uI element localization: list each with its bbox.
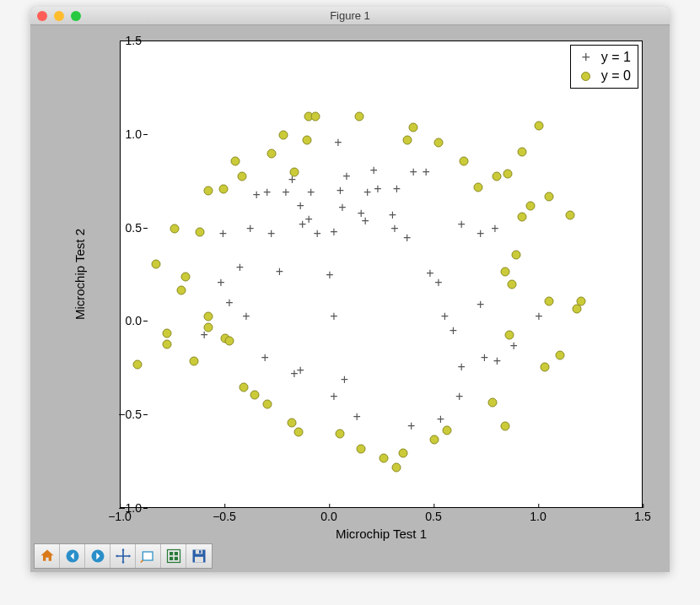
- data-point-y0: [566, 211, 575, 220]
- data-point-y1: +: [422, 165, 429, 179]
- data-point-y0: [357, 445, 366, 454]
- subplots-button[interactable]: [161, 544, 186, 568]
- data-point-y0: [430, 435, 439, 445]
- data-point-y0: [555, 351, 564, 360]
- data-point-y1: +: [510, 339, 518, 353]
- data-point-y0: [505, 330, 514, 339]
- data-point-y1: +: [219, 227, 227, 240]
- data-point-y0: [433, 138, 443, 147]
- data-point-y0: [279, 130, 288, 139]
- data-point-y1: +: [330, 225, 337, 239]
- data-point-y0: [398, 448, 407, 457]
- data-point-y1: +: [330, 390, 337, 403]
- data-point-y0: [293, 428, 303, 437]
- data-point-y1: +: [410, 165, 417, 179]
- data-point-y0: [576, 297, 585, 306]
- svg-rect-11: [199, 550, 202, 553]
- data-point-y0: [501, 267, 510, 276]
- data-point-y0: [336, 429, 345, 439]
- data-point-y0: [176, 285, 186, 294]
- data-point-y0: [354, 111, 363, 121]
- data-point-y1: +: [263, 186, 271, 199]
- data-point-y0: [493, 171, 502, 181]
- y-tick-label: 1.5: [126, 34, 142, 47]
- data-point-y1: +: [450, 324, 457, 338]
- data-point-y1: +: [326, 268, 333, 282]
- data-point-y1: +: [493, 354, 501, 368]
- data-point-y1: +: [236, 261, 244, 274]
- data-point-y1: +: [390, 222, 398, 235]
- save-button[interactable]: [186, 544, 212, 568]
- x-tick-label: 1.5: [634, 510, 650, 523]
- data-point-y1: +: [363, 186, 371, 199]
- data-point-y0: [474, 182, 483, 192]
- data-point-y0: [442, 425, 451, 435]
- x-tick-label: 1.0: [530, 510, 546, 523]
- data-point-y1: +: [458, 360, 466, 374]
- data-point-y0: [180, 273, 190, 282]
- data-point-y1: +: [491, 222, 498, 235]
- forward-button[interactable]: [85, 544, 110, 568]
- svg-rect-3: [167, 550, 180, 563]
- data-point-y0: [132, 360, 142, 370]
- svg-rect-4: [170, 552, 173, 555]
- x-tick-label: 0.5: [425, 510, 441, 523]
- data-point-y1: +: [217, 276, 224, 289]
- data-point-y0: [518, 213, 527, 222]
- data-point-y0: [152, 259, 161, 268]
- data-point-y0: [304, 111, 314, 121]
- data-point-y1: +: [434, 276, 442, 289]
- maximize-button[interactable]: [71, 11, 81, 21]
- data-point-y0: [218, 185, 228, 194]
- data-point-y1: +: [313, 227, 320, 240]
- figure-window: Figure 1 + y = 1 y = 0 +++++++++++++++++…: [30, 7, 670, 572]
- data-point-y0: [501, 422, 510, 431]
- data-point-y1: +: [276, 265, 283, 278]
- data-point-y0: [402, 136, 412, 145]
- legend-entry: y = 0: [578, 67, 631, 85]
- data-point-y1: +: [458, 218, 466, 231]
- data-point-y1: +: [437, 413, 444, 426]
- titlebar[interactable]: Figure 1: [30, 7, 670, 25]
- data-point-y0: [267, 149, 276, 158]
- data-point-y0: [237, 171, 246, 181]
- data-point-y0: [503, 170, 512, 179]
- pan-button[interactable]: [110, 544, 136, 568]
- data-point-y1: +: [341, 373, 348, 386]
- data-point-y1: +: [338, 201, 346, 214]
- data-point-y0: [511, 250, 520, 259]
- zoom-button[interactable]: [136, 544, 161, 568]
- back-button[interactable]: [60, 544, 85, 568]
- data-point-y0: [240, 382, 249, 392]
- data-point-y1: +: [290, 367, 298, 381]
- svg-rect-5: [174, 552, 177, 555]
- home-button[interactable]: [35, 544, 60, 568]
- data-point-y0: [488, 397, 498, 407]
- x-tick-label: 0.0: [320, 510, 337, 523]
- data-point-y1: +: [305, 213, 313, 226]
- data-point-y1: +: [299, 218, 306, 231]
- data-point-y1: +: [535, 310, 542, 323]
- data-point-y0: [392, 463, 401, 473]
- data-point-y1: +: [242, 310, 250, 323]
- data-point-y1: +: [337, 184, 344, 197]
- data-point-y1: +: [455, 390, 463, 403]
- data-point-y0: [221, 334, 230, 343]
- data-point-y0: [380, 454, 389, 463]
- close-button[interactable]: [37, 11, 47, 21]
- data-point-y1: +: [330, 310, 337, 323]
- data-point-y0: [231, 156, 240, 165]
- data-point-y0: [196, 228, 205, 237]
- window-title: Figure 1: [30, 9, 670, 22]
- plot-axes: + y = 1 y = 0 ++++++++++++++++++++++++++…: [120, 41, 643, 508]
- data-point-y1: +: [267, 227, 275, 240]
- minimize-button[interactable]: [54, 11, 64, 21]
- data-point-y1: +: [374, 182, 381, 196]
- data-point-y0: [541, 362, 550, 371]
- figure-canvas[interactable]: + y = 1 y = 0 ++++++++++++++++++++++++++…: [30, 25, 670, 543]
- data-point-y0: [302, 136, 311, 145]
- y-tick-label: −0.5: [118, 408, 142, 421]
- data-point-y0: [204, 186, 213, 196]
- data-point-y1: +: [426, 267, 433, 280]
- data-point-y1: +: [441, 310, 449, 323]
